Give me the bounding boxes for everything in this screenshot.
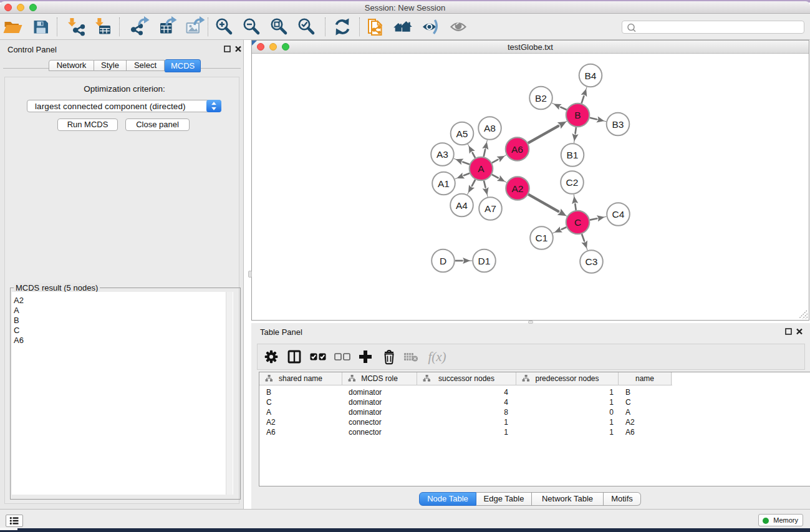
svg-text:A1: A1 [438, 178, 450, 189]
svg-text:A: A [478, 163, 485, 174]
svg-text:C1: C1 [536, 233, 548, 243]
svg-text:B: B [574, 110, 581, 120]
svg-text:C: C [574, 217, 581, 228]
svg-text:A7: A7 [485, 203, 496, 214]
svg-text:B3: B3 [612, 119, 624, 130]
svg-text:A3: A3 [436, 149, 448, 160]
svg-text:B4: B4 [585, 70, 597, 81]
svg-text:A4: A4 [456, 200, 468, 211]
svg-text:A2: A2 [512, 183, 524, 194]
svg-text:C4: C4 [612, 209, 625, 220]
svg-text:A6: A6 [511, 144, 523, 155]
svg-text:C3: C3 [586, 256, 598, 267]
svg-text:D1: D1 [478, 256, 491, 266]
svg-text:B2: B2 [535, 93, 547, 104]
svg-text:A8: A8 [484, 123, 496, 133]
svg-text:B1: B1 [567, 150, 579, 160]
svg-text:f(x): f(x) [428, 349, 446, 364]
svg-text:D: D [440, 256, 446, 266]
svg-text:C2: C2 [566, 177, 579, 188]
svg-text:A5: A5 [456, 128, 468, 139]
